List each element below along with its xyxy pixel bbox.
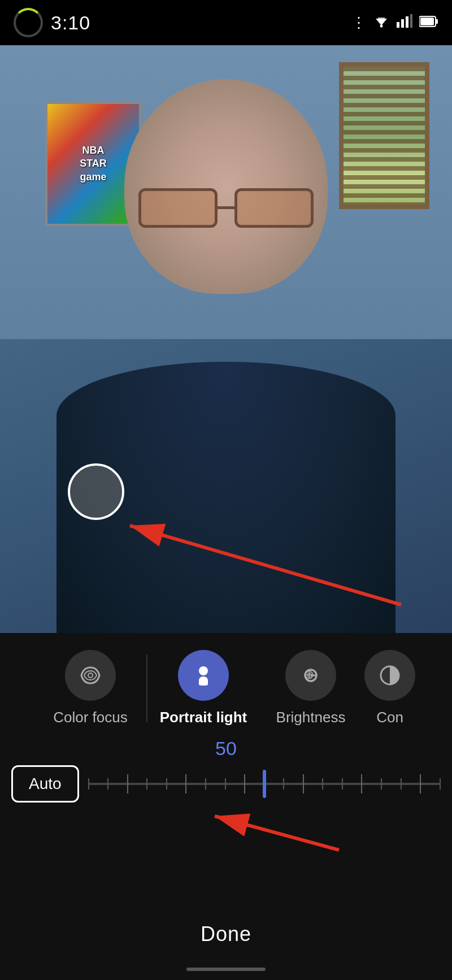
portrait-light-label: Portrait light: [160, 709, 247, 726]
tick-1: [88, 778, 89, 790]
filter-tab-brightness[interactable]: ⊕ ⊕ Brightness: [257, 650, 364, 726]
status-time: 3:10: [51, 12, 90, 34]
wifi-icon: [373, 14, 390, 32]
tick-14: [342, 778, 343, 790]
slider-container[interactable]: [88, 767, 441, 801]
contrast-label: Con: [376, 709, 403, 726]
status-right: ⋮: [351, 14, 438, 32]
tick-15: [361, 774, 362, 793]
tick-6: [185, 774, 186, 793]
window: [339, 62, 429, 209]
svg-text:⊕: ⊕: [304, 667, 314, 682]
loading-circle-icon: [14, 8, 43, 37]
contrast-icon: [364, 650, 415, 701]
brightness-label: Brightness: [276, 709, 346, 726]
tick-8: [225, 778, 226, 790]
status-bar: 3:10 ⋮: [0, 0, 452, 45]
status-left: 3:10: [14, 8, 90, 37]
tick-7: [205, 778, 206, 790]
tab-divider: [146, 654, 147, 722]
tick-16: [381, 778, 382, 790]
color-focus-label: Color focus: [53, 709, 128, 726]
slider-thumb[interactable]: [263, 770, 266, 798]
tick-2: [107, 778, 108, 790]
tick-12: [303, 774, 304, 793]
tick-13: [322, 778, 323, 790]
svg-line-20: [215, 816, 339, 850]
svg-rect-9: [420, 18, 434, 25]
tick-17: [401, 778, 402, 790]
svg-rect-3: [397, 22, 399, 28]
glasses-bridge: [218, 206, 234, 209]
photo-area[interactable]: NBASTARgame: [0, 45, 452, 633]
focus-circle[interactable]: [68, 463, 124, 520]
tick-18: [420, 774, 421, 793]
svg-point-12: [88, 673, 93, 678]
tick-5: [166, 778, 167, 790]
tick-19: [440, 778, 441, 790]
color-focus-icon: [65, 650, 116, 701]
done-button[interactable]: Done: [201, 922, 251, 946]
slider-track: [88, 783, 441, 785]
svg-rect-6: [410, 14, 412, 28]
auto-button[interactable]: Auto: [11, 765, 79, 803]
person-head: [124, 79, 328, 294]
svg-rect-4: [401, 19, 404, 28]
filter-tab-color-focus[interactable]: Color focus: [37, 650, 144, 726]
controls-panel: Color focus Portrait light ⊕: [0, 633, 452, 980]
brightness-icon: ⊕ ⊕: [285, 650, 336, 701]
svg-point-13: [199, 666, 208, 675]
battery-icon: [419, 14, 438, 32]
tick-9: [244, 774, 245, 793]
signal-icon: [397, 14, 412, 32]
tick-11: [283, 778, 284, 790]
photo-background: NBASTARgame: [0, 45, 452, 633]
tick-4: [146, 778, 147, 790]
slider-value-display: 50: [215, 738, 237, 760]
window-blinds: [344, 67, 425, 205]
vibrate-icon: ⋮: [351, 14, 366, 32]
svg-rect-5: [406, 16, 408, 28]
portrait-light-icon: [178, 650, 229, 701]
filter-tabs: Color focus Portrait light ⊕: [0, 633, 452, 732]
glasses-right-frame: [234, 188, 314, 228]
slider-area: Auto: [0, 765, 452, 803]
glasses-left-frame: [138, 188, 218, 228]
svg-point-2: [380, 24, 383, 27]
filter-tab-portrait-light[interactable]: Portrait light: [150, 650, 257, 726]
filter-tab-contrast[interactable]: Con: [364, 650, 415, 726]
glasses: [138, 187, 314, 229]
tick-3: [127, 774, 128, 793]
home-indicator: [186, 968, 266, 971]
svg-rect-8: [436, 19, 438, 24]
